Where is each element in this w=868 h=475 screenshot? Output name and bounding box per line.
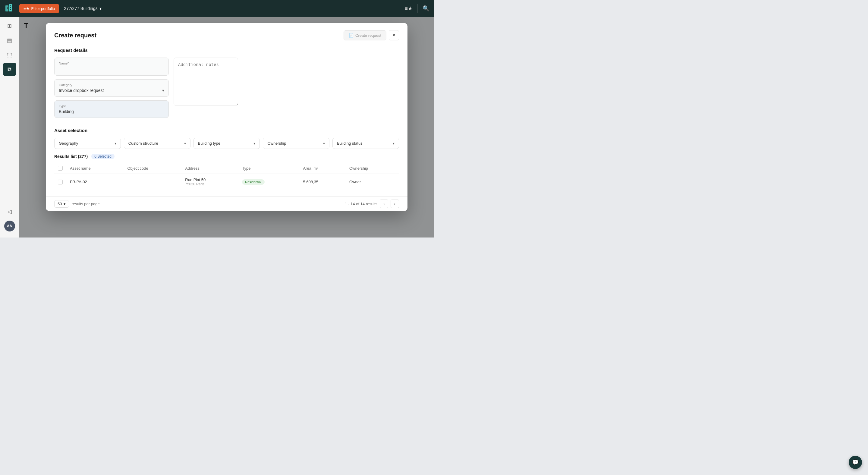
modal-title: Create request: [54, 32, 96, 39]
search-icon: 🔍: [423, 5, 429, 12]
type-label: Type: [59, 104, 164, 108]
area-cell: 5.698,35: [300, 174, 346, 190]
ownership-chevron-icon: ▾: [323, 141, 325, 146]
geography-chevron-icon: ▾: [115, 141, 116, 146]
pagination-next-button[interactable]: ›: [391, 199, 399, 208]
section-divider: [54, 123, 399, 123]
custom-structure-chevron-icon: ▾: [184, 141, 186, 146]
svg-rect-5: [10, 7, 11, 8]
create-request-btn-label: Create request: [355, 33, 381, 38]
asset-selection-title: Asset selection: [54, 128, 399, 133]
close-icon: ×: [393, 33, 395, 38]
sidebar-bottom: ◁ AA: [3, 205, 16, 235]
close-modal-button[interactable]: ×: [389, 30, 399, 40]
buildings-count: 277/277 Buildings: [64, 6, 97, 11]
logo: [5, 4, 14, 13]
chevron-down-icon: ▾: [99, 6, 101, 11]
per-page-value: 50: [58, 202, 62, 206]
custom-structure-label: Custom structure: [128, 141, 158, 146]
type-header: Type: [239, 163, 299, 174]
geography-filter[interactable]: Geography ▾: [54, 138, 121, 149]
building-status-filter[interactable]: Building status ▾: [333, 138, 399, 149]
svg-rect-4: [10, 5, 11, 6]
table-row: FR-PA-02 Rue Piat 50 75020 Paris Residen…: [54, 174, 399, 190]
ownership-cell: Owner: [346, 174, 399, 190]
additional-notes-input[interactable]: [174, 58, 238, 106]
results-table: Asset name Object code Address Type Area…: [54, 163, 399, 190]
table-header-row: Asset name Object code Address Type Area…: [54, 163, 399, 174]
sidebar-item-design[interactable]: ⧉: [3, 63, 16, 76]
collapse-icon: ◁: [7, 208, 12, 215]
chevron-left-icon: ‹: [383, 202, 384, 206]
table-icon: ▤: [7, 37, 12, 44]
svg-rect-3: [7, 8, 8, 9]
name-input[interactable]: [59, 67, 164, 71]
grid-icon: ⊞: [7, 23, 12, 29]
type-field: Type Building: [54, 100, 169, 118]
starred-filter-button[interactable]: ≡★: [404, 5, 412, 12]
category-label: Category: [59, 83, 164, 87]
modal-body: Request details Name* Category Invoice: [46, 45, 407, 196]
area-header: Area, m²: [300, 163, 346, 174]
per-page-select[interactable]: 50 ▾: [54, 200, 69, 208]
main-content: T Create request 📄 Create request ×: [19, 17, 434, 238]
geography-label: Geography: [59, 141, 78, 146]
modal-overlay[interactable]: Create request 📄 Create request × Reques…: [19, 17, 434, 238]
address-line1: Rue Piat 50: [185, 178, 235, 182]
building-type-chevron-icon: ▾: [253, 141, 255, 146]
ownership-header: Ownership: [346, 163, 399, 174]
building-status-chevron-icon: ▾: [393, 141, 395, 146]
modal-header: Create request 📄 Create request ×: [46, 23, 407, 45]
category-chevron-icon: ▾: [162, 88, 164, 93]
sidebar-item-grid[interactable]: ⊞: [3, 19, 16, 33]
document-icon: 📄: [349, 33, 353, 38]
row-checkbox[interactable]: [58, 180, 63, 185]
filter-portfolio-button[interactable]: ≡★ Filter portfolio: [19, 4, 59, 13]
results-header: Results list (277) 0 Selected: [54, 154, 399, 159]
create-request-header-button[interactable]: 📄 Create request: [344, 30, 386, 40]
custom-structure-filter[interactable]: Custom structure ▾: [124, 138, 190, 149]
select-all-header: [54, 163, 66, 174]
design-icon: ⧉: [7, 66, 11, 73]
type-badge: Residential: [242, 179, 264, 185]
category-select[interactable]: Invoice dropbox request ▾: [59, 88, 164, 93]
monitor-icon: ⬚: [7, 52, 12, 58]
asset-name-header: Asset name: [66, 163, 124, 174]
type-cell: Residential: [239, 174, 299, 190]
form-right: [174, 58, 399, 118]
ownership-filter[interactable]: Ownership ▾: [263, 138, 330, 149]
per-page-label: results per page: [71, 202, 99, 206]
selected-badge: 0 Selected: [91, 154, 115, 159]
avatar[interactable]: AA: [4, 221, 15, 231]
svg-rect-2: [7, 7, 8, 7]
select-all-checkbox[interactable]: [58, 166, 63, 170]
address-cell: Rue Piat 50 75020 Paris: [181, 174, 239, 190]
row-checkbox-cell: [54, 174, 66, 190]
topbar: ≡★ Filter portfolio 277/277 Buildings ▾ …: [0, 0, 434, 17]
search-button[interactable]: 🔍: [423, 5, 429, 12]
type-select: Building: [59, 109, 164, 114]
building-type-filter[interactable]: Building type ▾: [193, 138, 260, 149]
modal-header-actions: 📄 Create request ×: [344, 30, 399, 40]
filter-portfolio-label: Filter portfolio: [31, 6, 55, 11]
category-field[interactable]: Category Invoice dropbox request ▾: [54, 79, 169, 97]
filter-star-icon: ≡★: [404, 5, 412, 12]
sidebar-item-monitor[interactable]: ⬚: [3, 48, 16, 62]
pagination-prev-button[interactable]: ‹: [380, 199, 388, 208]
ownership-label: Ownership: [267, 141, 286, 146]
address-header: Address: [181, 163, 239, 174]
sidebar: ⊞ ▤ ⬚ ⧉ ◁ AA: [0, 17, 19, 238]
create-request-modal: Create request 📄 Create request × Reques…: [46, 23, 407, 211]
form-row: Name* Category Invoice dropbox request ▾: [54, 58, 399, 118]
form-left: Name* Category Invoice dropbox request ▾: [54, 58, 169, 118]
sidebar-item-table[interactable]: ▤: [3, 34, 16, 47]
results-list-label: Results list (277): [54, 154, 88, 159]
topbar-divider: [417, 4, 418, 13]
category-value: Invoice dropbox request: [59, 88, 104, 93]
address-line2: 75020 Paris: [185, 182, 235, 186]
sidebar-item-collapse[interactable]: ◁: [3, 205, 16, 218]
pagination-bar: 50 ▾ results per page 1 - 14 of 14 resul…: [46, 196, 407, 211]
asset-name-cell: FR-PA-02: [66, 174, 124, 190]
building-type-label: Building type: [198, 141, 220, 146]
buildings-selector[interactable]: 277/277 Buildings ▾: [64, 6, 101, 11]
